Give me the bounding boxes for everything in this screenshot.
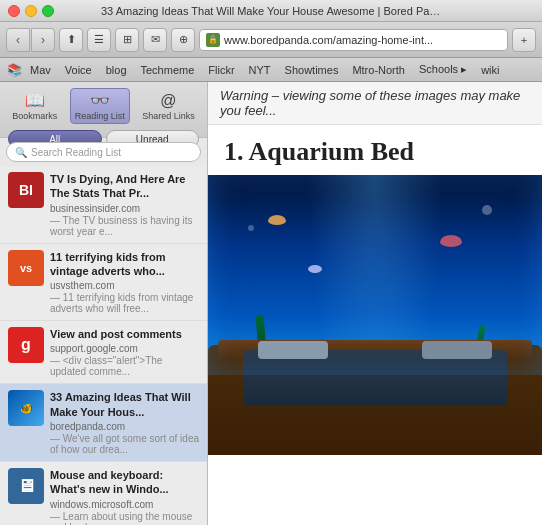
item-thumb-4: 🐠: [8, 390, 44, 426]
zoom-button[interactable]: ⊕: [171, 28, 195, 52]
sidebar-tab-reading-list[interactable]: 👓 Reading List: [70, 88, 130, 124]
item-desc-2: — 11 terrifying kids from vintage advert…: [50, 292, 199, 314]
item-title-1: TV Is Dying, And Here Are The Stats That…: [50, 172, 199, 201]
reading-item-2[interactable]: vs 11 terrifying kids from vintage adver…: [0, 244, 207, 322]
item-desc-1: — The TV business is having its worst ye…: [50, 215, 199, 237]
toolbar: ‹ › ⬆ ☰ ⊞ ✉ ⊕ 🔒 www.boredpanda.com/amazi…: [0, 22, 542, 58]
bookmark-flickr[interactable]: Flickr: [202, 62, 240, 78]
item-url-5: windows.microsoft.com: [50, 499, 199, 510]
bookmark-wiki[interactable]: wiki: [475, 62, 505, 78]
reader-button[interactable]: ☰: [87, 28, 111, 52]
item-title-5: Mouse and keyboard: What's new in Windo.…: [50, 468, 199, 497]
back-button[interactable]: ‹: [6, 28, 30, 52]
shared-links-tab-label: Shared Links: [142, 111, 195, 121]
sidebar-tab-bookmarks[interactable]: 📖 Bookmarks: [8, 89, 61, 123]
content-area: Warning – viewing some of these images m…: [208, 82, 542, 525]
bookmark-techmeme[interactable]: Techmeme: [135, 62, 201, 78]
reading-item-4[interactable]: 🐠 33 Amazing Ideas That Will Make Your H…: [0, 384, 207, 462]
item-url-3: support.google.com: [50, 343, 199, 354]
address-text: www.boredpanda.com/amazing-home-int...: [224, 34, 433, 46]
sidebar-tab-shared-links[interactable]: @ Shared Links: [138, 90, 199, 123]
bookmark-nyt[interactable]: NYT: [243, 62, 277, 78]
address-bar[interactable]: 🔒 www.boredpanda.com/amazing-home-int...: [199, 29, 508, 51]
bookmarks-tab-icon: 📖: [25, 91, 45, 110]
search-bar[interactable]: 🔍 Search Reading List: [6, 142, 201, 162]
nav-buttons: ‹ ›: [6, 28, 55, 52]
item-thumb-2: vs: [8, 250, 44, 286]
bookmark-mav[interactable]: Mav: [24, 62, 57, 78]
main-area: 📖 Bookmarks 👓 Reading List @ Shared Link…: [0, 82, 542, 525]
title-bar: 33 Amazing Ideas That Will Make Your Hou…: [0, 0, 542, 22]
reading-item-5[interactable]: 🖥 Mouse and keyboard: What's new in Wind…: [0, 462, 207, 525]
bookmark-voice[interactable]: Voice: [59, 62, 98, 78]
bookmarks-tab-label: Bookmarks: [12, 111, 57, 121]
item-url-2: usvsthem.com: [50, 280, 199, 291]
maximize-button[interactable]: [42, 5, 54, 17]
mail-button[interactable]: ✉: [143, 28, 167, 52]
traffic-lights: [8, 5, 54, 17]
bookmark-blog[interactable]: blog: [100, 62, 133, 78]
close-button[interactable]: [8, 5, 20, 17]
item-text-4: 33 Amazing Ideas That Will Make Your Hou…: [50, 390, 199, 455]
window-title: 33 Amazing Ideas That Will Make Your Hou…: [101, 5, 441, 17]
reading-list-tab-icon: 👓: [90, 91, 110, 110]
item-text-1: TV Is Dying, And Here Are The Stats That…: [50, 172, 199, 237]
shared-links-tab-icon: @: [160, 92, 176, 110]
item-desc-3: — <div class="alert">The updated comme..…: [50, 355, 199, 377]
item-title-4: 33 Amazing Ideas That Will Make Your Hou…: [50, 390, 199, 419]
forward-button[interactable]: ›: [31, 28, 55, 52]
bookmark-showtimes[interactable]: Showtimes: [279, 62, 345, 78]
item-url-4: boredpanda.com: [50, 421, 199, 432]
item-thumb-1: BI: [8, 172, 44, 208]
reading-list: BI TV Is Dying, And Here Are The Stats T…: [0, 166, 207, 525]
new-tab-button[interactable]: +: [512, 28, 536, 52]
bookmarks-bar: 📚 Mav Voice blog Techmeme Flickr NYT Sho…: [0, 58, 542, 82]
minimize-button[interactable]: [25, 5, 37, 17]
item-thumb-3: g: [8, 327, 44, 363]
reading-item-3[interactable]: g View and post comments support.google.…: [0, 321, 207, 384]
warning-text: Warning – viewing some of these images m…: [220, 88, 520, 118]
content-body: 1. Aquarium Bed: [208, 125, 542, 525]
warning-bar: Warning – viewing some of these images m…: [208, 82, 542, 125]
grid-button[interactable]: ⊞: [115, 28, 139, 52]
item-desc-4: — We've all got some sort of idea of how…: [50, 433, 199, 455]
item-text-3: View and post comments support.google.co…: [50, 327, 199, 377]
reading-list-tab-label: Reading List: [75, 111, 125, 121]
article-image: [208, 175, 542, 455]
article-title: 1. Aquarium Bed: [208, 125, 542, 175]
search-icon: 🔍: [15, 147, 27, 158]
item-desc-5: — Learn about using the mouse and keybo.…: [50, 511, 199, 525]
sidebar-tabs: 📖 Bookmarks 👓 Reading List @ Shared Link…: [0, 82, 207, 126]
item-title-3: View and post comments: [50, 327, 199, 341]
search-placeholder: Search Reading List: [31, 147, 121, 158]
item-text-2: 11 terrifying kids from vintage adverts …: [50, 250, 199, 315]
bookmark-mtro-north[interactable]: Mtro-North: [346, 62, 411, 78]
sidebar: 📖 Bookmarks 👓 Reading List @ Shared Link…: [0, 82, 208, 525]
bookmarks-icon[interactable]: 📚: [6, 62, 22, 78]
ssl-icon: 🔒: [206, 33, 220, 47]
item-url-1: businessinsider.com: [50, 203, 199, 214]
item-title-2: 11 terrifying kids from vintage adverts …: [50, 250, 199, 279]
item-text-5: Mouse and keyboard: What's new in Windo.…: [50, 468, 199, 525]
reading-item-1[interactable]: BI TV Is Dying, And Here Are The Stats T…: [0, 166, 207, 244]
bookmark-schools[interactable]: Schools ▸: [413, 61, 473, 78]
share-button[interactable]: ⬆: [59, 28, 83, 52]
item-thumb-5: 🖥: [8, 468, 44, 504]
sidebar-header: 📖 Bookmarks 👓 Reading List @ Shared Link…: [0, 82, 207, 138]
